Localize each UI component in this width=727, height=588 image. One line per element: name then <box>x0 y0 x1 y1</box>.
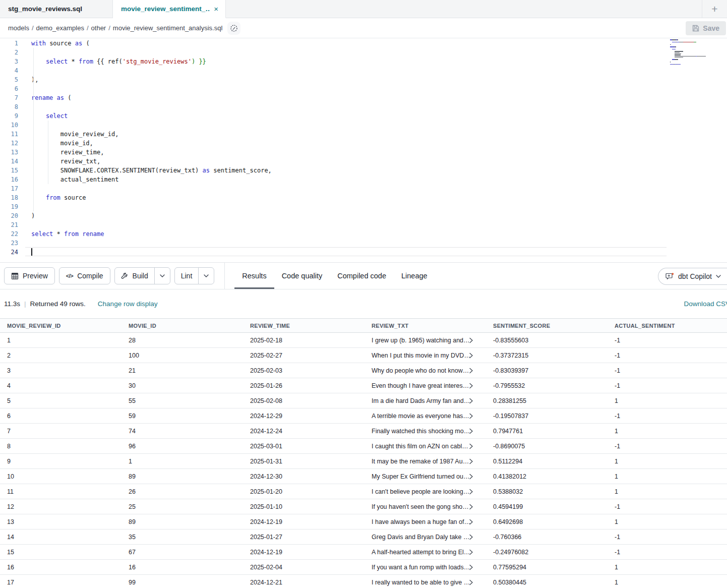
download-csv-link[interactable]: Download CSV <box>684 300 727 308</box>
review-text: I have always been a huge fan of "Hom… <box>372 518 470 525</box>
expand-cell-button[interactable] <box>468 518 474 525</box>
code-line-22[interactable]: 22select * from rename <box>0 229 727 239</box>
new-tab-button[interactable]: + <box>711 4 717 14</box>
expand-cell-button[interactable] <box>468 534 474 541</box>
expand-cell-button[interactable] <box>468 458 474 465</box>
close-icon[interactable]: × <box>214 5 218 13</box>
cell-review-time: 2024-12-19 <box>243 549 365 556</box>
breadcrumb-segment[interactable]: demo_examples <box>36 24 84 32</box>
code-line-12[interactable]: 12 movie_id, <box>0 139 727 148</box>
review-text: A half-hearted attempt to bring Elvis P… <box>372 549 470 556</box>
code-line-20[interactable]: 20) <box>0 211 727 220</box>
code-line-7[interactable]: 7rename as ( <box>0 93 727 102</box>
chevron-right-icon <box>469 504 473 509</box>
cell-review-txt: I caught this film on AZN on cable. It s… <box>365 443 486 450</box>
lint-button[interactable]: Lint <box>175 268 199 284</box>
review-text: Finally watched this shocking movie la… <box>372 428 470 435</box>
cell-review-time: 2025-02-27 <box>243 352 365 359</box>
code-line-5[interactable]: 5), <box>0 75 727 84</box>
code-line-1[interactable]: 1with source as ( <box>0 39 727 48</box>
cell-review-txt: Greg Davis and Bryan Daly take some … <box>365 534 486 541</box>
expand-cell-button[interactable] <box>468 337 474 344</box>
expand-cell-button[interactable] <box>468 413 474 420</box>
code-line-8[interactable]: 8 <box>0 102 727 111</box>
cell-movie-id: 35 <box>122 534 243 541</box>
breadcrumb-segment[interactable]: movie_review_sentiment_analysis.sql <box>113 24 223 32</box>
review-text: Im a die hard Dads Army fan and nothi… <box>372 397 470 404</box>
column-header-movie-review-id[interactable]: MOVIE_REVIEW_ID <box>0 323 122 329</box>
code-line-19[interactable]: 19 <box>0 202 727 211</box>
code-line-21[interactable]: 21 <box>0 220 727 229</box>
code-line-10[interactable]: 10 <box>0 121 727 130</box>
code-line-14[interactable]: 14 review_txt, <box>0 157 727 166</box>
expand-cell-button[interactable] <box>468 382 474 389</box>
tab-compiled-code[interactable]: Compiled code <box>330 263 394 289</box>
line-number: 19 <box>0 202 18 211</box>
code-text: movie_id, <box>31 139 93 148</box>
expand-cell-button[interactable] <box>468 564 474 571</box>
minimap-token <box>677 39 678 40</box>
expand-cell-button[interactable] <box>468 397 474 404</box>
code-line-6[interactable]: 6 <box>0 84 727 93</box>
breadcrumb-segment[interactable]: models <box>8 24 29 32</box>
column-header-actual-sentiment[interactable]: ACTUAL_SENTIMENT <box>608 323 727 329</box>
expand-cell-button[interactable] <box>468 473 474 480</box>
line-number: 8 <box>0 102 18 111</box>
code-line-17[interactable]: 17 <box>0 184 727 193</box>
file-copilot-button[interactable] <box>227 22 240 35</box>
column-header-review-time[interactable]: REVIEW_TIME <box>243 323 365 329</box>
code-editor[interactable]: 1with source as (23 select * from {{ ref… <box>0 38 727 262</box>
code-line-18[interactable]: 18 from source <box>0 193 727 202</box>
review-text: Even though I have great interest in Bi… <box>372 382 470 389</box>
minimap-indent <box>670 52 675 53</box>
expand-cell-button[interactable] <box>468 352 474 359</box>
cell-movie-id: 67 <box>122 549 243 556</box>
build-button[interactable]: Build <box>115 268 154 284</box>
line-number: 12 <box>0 139 18 148</box>
dbt-copilot-button[interactable]: dbt Copilot <box>658 268 727 285</box>
compile-button[interactable]: </> Compile <box>59 267 110 284</box>
cell-movie-review-id: 16 <box>0 564 122 571</box>
expand-cell-button[interactable] <box>468 367 474 374</box>
code-line-9[interactable]: 9 select <box>0 111 727 121</box>
line-number: 14 <box>0 157 18 166</box>
editor-tab-movie-review-sentiment[interactable]: movie_review_sentiment_…× <box>113 0 226 18</box>
code-line-11[interactable]: 11 movie_review_id, <box>0 130 727 139</box>
expand-cell-button[interactable] <box>468 428 474 435</box>
cell-review-time: 2025-03-01 <box>243 443 365 450</box>
code-line-2[interactable]: 2 <box>0 48 727 57</box>
code-line-4[interactable]: 4 <box>0 66 727 75</box>
cell-movie-review-id: 2 <box>0 352 122 359</box>
build-dropdown-button[interactable] <box>154 268 170 284</box>
cell-review-txt: If you want a fun romp with loads of s… <box>365 564 486 571</box>
code-line-13[interactable]: 13 review_time, <box>0 148 727 157</box>
cell-review-txt: Even though I have great interest in Bi… <box>365 382 486 389</box>
compile-button-label: Compile <box>77 272 103 280</box>
save-button[interactable]: Save <box>686 21 726 35</box>
cell-sentiment-score: -0.7955532 <box>486 382 608 389</box>
tab-results[interactable]: Results <box>234 263 274 289</box>
column-header-review-txt[interactable]: REVIEW_TXT <box>365 323 486 329</box>
expand-cell-button[interactable] <box>468 488 474 495</box>
editor-tab-stg-movie-reviews-sql[interactable]: stg_movie_reviews.sql <box>0 0 113 18</box>
code-line-3[interactable]: 3 select * from {{ ref('stg_movie_review… <box>0 57 727 66</box>
code-line-23[interactable]: 23 <box>0 239 727 248</box>
code-line-16[interactable]: 16 actual_sentiment <box>0 175 727 184</box>
expand-cell-button[interactable] <box>468 503 474 510</box>
lint-dropdown-button[interactable] <box>198 268 214 284</box>
cell-sentiment-score: 0.6492698 <box>486 518 608 525</box>
preview-button[interactable]: Preview <box>4 267 55 284</box>
code-line-15[interactable]: 15 SNOWFLAKE.CORTEX.SENTIMENT(review_txt… <box>0 166 727 175</box>
tab-code-quality[interactable]: Code quality <box>274 263 330 289</box>
expand-cell-button[interactable] <box>468 549 474 556</box>
expand-cell-button[interactable] <box>468 443 474 450</box>
breadcrumb-segment[interactable]: other <box>91 24 106 32</box>
expand-cell-button[interactable] <box>468 579 474 586</box>
column-header-movie-id[interactable]: MOVIE_ID <box>122 323 243 329</box>
tab-lineage[interactable]: Lineage <box>394 263 435 289</box>
cell-movie-id: 16 <box>122 564 243 571</box>
column-header-sentiment-score[interactable]: SENTIMENT_SCORE <box>486 323 608 329</box>
change-row-display-link[interactable]: Change row display <box>98 300 158 308</box>
editor-minimap[interactable] <box>670 39 704 67</box>
cell-movie-review-id: 10 <box>0 473 122 480</box>
